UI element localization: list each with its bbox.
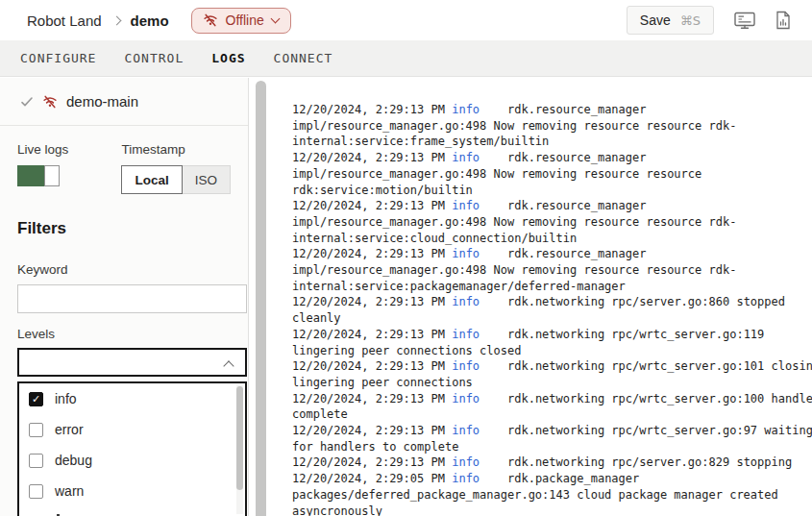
save-button[interactable]: Save ⌘S: [627, 6, 714, 35]
toggle-knob: [44, 165, 60, 186]
log-entry: 12/20/2024, 2:29:13 PM info rdk.resource…: [292, 102, 812, 150]
log-timestamp: 12/20/2024, 2:29:13 PM: [292, 295, 445, 308]
log-level-link[interactable]: info: [452, 392, 480, 405]
log-panel: 12/20/2024, 2:29:13 PM info rdk.resource…: [250, 78, 812, 516]
breadcrumb-org[interactable]: Robot Land: [27, 12, 102, 29]
log-timestamp: 12/20/2024, 2:29:13 PM: [292, 392, 445, 405]
levels-label: Levels: [17, 327, 248, 341]
logs-scrollbar-thumb[interactable]: [256, 81, 266, 516]
machine-status-badge[interactable]: Offline: [191, 8, 291, 34]
tab-bar: CONFIGURE CONTROL LOGS CONNECT: [0, 40, 812, 77]
timestamp-segmented-control: Local ISO: [121, 165, 231, 194]
log-level-link[interactable]: info: [452, 359, 480, 373]
toggle-on-track: [17, 165, 44, 186]
tab-control[interactable]: CONTROL: [124, 51, 184, 65]
levels-select[interactable]: [17, 348, 247, 377]
level-option-label: debug: [55, 453, 92, 468]
levels-dropdown-panel: ✓infoerrordebugwarn: [17, 381, 247, 516]
keyword-input[interactable]: [17, 284, 247, 313]
checkbox-unchecked-icon[interactable]: [29, 454, 43, 468]
log-report-button[interactable]: [775, 11, 791, 30]
level-option-label: info: [55, 391, 77, 406]
breadcrumb-separator-icon: [111, 15, 121, 25]
log-level-link[interactable]: info: [452, 103, 480, 116]
breadcrumb-machine[interactable]: demo: [131, 12, 169, 29]
keyword-label: Keyword: [17, 262, 248, 277]
log-level-link[interactable]: info: [452, 199, 480, 212]
level-option-label: warn: [55, 483, 84, 499]
live-logs-toggle[interactable]: [17, 165, 60, 186]
log-timestamp: 12/20/2024, 2:29:13 PM: [292, 424, 445, 437]
log-entry: 12/20/2024, 2:29:13 PM info rdk.resource…: [292, 150, 812, 198]
log-level-link[interactable]: info: [452, 151, 480, 164]
log-level-link[interactable]: info: [452, 455, 480, 469]
log-timestamp: 12/20/2024, 2:29:13 PM: [292, 328, 445, 341]
log-list: 12/20/2024, 2:29:13 PM info rdk.resource…: [292, 102, 812, 516]
timestamp-label: Timestamp: [121, 142, 231, 157]
chevron-down-icon: [270, 14, 280, 24]
log-message: rdk.networking rpc/server.go:829 stoppin…: [507, 455, 792, 469]
level-option-warn[interactable]: warn: [19, 476, 245, 506]
log-entry: 12/20/2024, 2:29:13 PM info rdk.resource…: [292, 198, 812, 246]
log-timestamp: 12/20/2024, 2:29:13 PM: [292, 199, 445, 212]
log-timestamp: 12/20/2024, 2:29:13 PM: [292, 455, 445, 469]
wifi-off-icon: [203, 12, 218, 28]
live-logs-label: Live logs: [17, 142, 121, 157]
level-option-debug[interactable]: debug: [19, 445, 245, 476]
log-entry: 12/20/2024, 2:29:13 PM info rdk.resource…: [292, 246, 812, 294]
log-entry: 12/20/2024, 2:29:13 PM info rdk.networki…: [292, 294, 812, 326]
top-bar: Robot Land demo Offline Save ⌘S: [0, 0, 812, 40]
log-controls: Live logs Timestamp Local ISO: [0, 126, 248, 194]
log-timestamp: 12/20/2024, 2:29:13 PM: [292, 247, 445, 260]
log-timestamp: 12/20/2024, 2:29:05 PM: [292, 472, 445, 485]
log-level-link[interactable]: info: [452, 472, 480, 485]
filters-heading: Filters: [17, 219, 248, 238]
wifi-off-icon: [42, 94, 58, 110]
log-entry: 12/20/2024, 2:29:13 PM info rdk.networki…: [292, 358, 812, 390]
log-entry: 12/20/2024, 2:29:05 PM info rdk.package_…: [292, 471, 812, 516]
status-badge-label: Offline: [226, 12, 264, 28]
checkbox-checked-icon[interactable]: ✓: [29, 392, 43, 406]
machine-part-name: demo-main: [66, 93, 138, 110]
checkbox-unchecked-icon[interactable]: [29, 484, 43, 499]
machine-part-row[interactable]: demo-main: [0, 78, 248, 126]
level-option-error[interactable]: error: [19, 414, 245, 445]
logs-sidebar: demo-main Live logs Timestamp Local ISO …: [0, 78, 249, 516]
level-option-label: error: [55, 422, 84, 437]
log-level-link[interactable]: info: [452, 328, 480, 341]
timestamp-local-button[interactable]: Local: [121, 165, 182, 194]
log-entry: 12/20/2024, 2:29:13 PM info rdk.networki…: [292, 391, 812, 423]
log-timestamp: 12/20/2024, 2:29:13 PM: [292, 103, 445, 116]
levels-option-list: ✓infoerrordebugwarn: [19, 383, 245, 506]
save-shortcut: ⌘S: [680, 13, 701, 28]
log-timestamp: 12/20/2024, 2:29:13 PM: [292, 151, 445, 164]
log-entry: 12/20/2024, 2:29:13 PM info rdk.networki…: [292, 423, 812, 455]
tab-connect[interactable]: CONNECT: [274, 51, 333, 65]
tab-logs[interactable]: LOGS: [211, 51, 245, 65]
chevron-up-icon: [223, 360, 234, 371]
log-level-link[interactable]: info: [452, 295, 480, 308]
save-button-label: Save: [640, 12, 671, 28]
log-entry: 12/20/2024, 2:29:13 PM info rdk.networki…: [292, 455, 812, 471]
log-entry: 12/20/2024, 2:29:13 PM info rdk.networki…: [292, 327, 812, 358]
log-level-link[interactable]: info: [452, 247, 480, 260]
level-option-info[interactable]: ✓info: [19, 383, 245, 414]
log-timestamp: 12/20/2024, 2:29:13 PM: [292, 359, 445, 373]
checkbox-unchecked-icon[interactable]: [29, 423, 43, 437]
monitor-display-button[interactable]: [734, 12, 755, 30]
dropdown-scrollbar-thumb[interactable]: [236, 386, 243, 490]
tab-configure[interactable]: CONFIGURE: [20, 51, 96, 65]
log-level-link[interactable]: info: [452, 424, 480, 437]
monitor-icon: [734, 12, 755, 30]
check-icon: [20, 95, 34, 109]
document-stats-icon: [775, 11, 791, 30]
timestamp-iso-button[interactable]: ISO: [183, 165, 231, 194]
